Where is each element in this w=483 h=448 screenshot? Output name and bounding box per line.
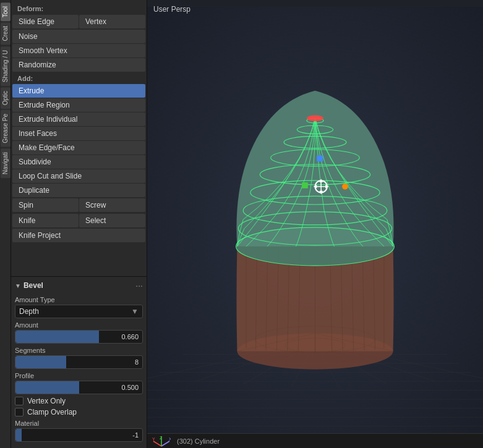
tab-optic[interactable]: Optic xyxy=(1,87,11,109)
amount-type-label: Amount Type xyxy=(15,296,143,303)
material-value: -1 xyxy=(132,431,139,439)
panel-dots: ··· xyxy=(135,281,143,290)
add-label: Add: xyxy=(12,72,145,83)
profile-label: Profile xyxy=(15,372,143,379)
left-panel: Deform: Slide Edge Vertex Noise Smooth V… xyxy=(11,0,147,448)
profile-slider-fill xyxy=(15,381,79,394)
amount-slider[interactable]: 0.660 xyxy=(15,330,143,344)
duplicate-button[interactable]: Duplicate xyxy=(12,184,145,197)
tab-tool[interactable]: Tool xyxy=(1,2,11,21)
segments-value: 8 xyxy=(135,358,139,366)
spin-screw-pair: Spin Screw xyxy=(12,198,145,213)
tab-shading[interactable]: Shading / U xyxy=(1,46,11,86)
subdivide-button[interactable]: Subdivide xyxy=(12,155,145,169)
smooth-vertex-button[interactable]: Smooth Vertex xyxy=(12,44,145,57)
clamp-overlap-row[interactable]: Clamp Overlap xyxy=(15,408,143,416)
chevron-icon: ▼ xyxy=(15,282,21,289)
tab-grease[interactable]: Grease Pe xyxy=(1,110,11,147)
svg-point-47 xyxy=(307,116,323,122)
make-edge-face-button[interactable]: Make Edge/Face xyxy=(12,141,145,154)
segments-label: Segments xyxy=(15,347,143,354)
viewport-canvas xyxy=(147,0,483,448)
viewport-label: User Persp xyxy=(153,5,190,14)
bevel-title: Bevel xyxy=(24,281,43,290)
svg-text:Z: Z xyxy=(160,436,163,440)
dropdown-arrow-icon: ▼ xyxy=(131,307,139,316)
vertex-button[interactable]: Vertex xyxy=(79,15,145,28)
clamp-overlap-checkbox[interactable] xyxy=(15,408,24,416)
segments-slider[interactable]: 8 xyxy=(15,355,143,369)
material-slider[interactable]: -1 xyxy=(15,428,143,442)
amount-type-dropdown[interactable]: Depth ▼ xyxy=(15,305,143,318)
extrude-button[interactable]: Extrude xyxy=(12,84,145,98)
knife-project-button[interactable]: Knife Project xyxy=(12,229,145,242)
material-label: Material xyxy=(15,420,143,427)
status-cylinder-text: (302) Cylinder xyxy=(177,437,220,445)
status-bar: X Y Z (302) Cylinder xyxy=(147,433,483,448)
knife-select-pair: Knife Select xyxy=(12,213,145,228)
svg-rect-51 xyxy=(302,182,308,188)
axis-widget: X Y Z xyxy=(152,435,171,447)
vertex-only-label: Vertex Only xyxy=(27,397,66,405)
material-slider-fill xyxy=(15,429,22,441)
slide-edge-button[interactable]: Slide Edge xyxy=(12,15,79,28)
slide-edge-vertex-pair: Slide Edge Vertex xyxy=(12,14,145,29)
vertex-only-row[interactable]: Vertex Only xyxy=(15,397,143,405)
screw-button[interactable]: Screw xyxy=(79,198,145,212)
vertex-only-checkbox[interactable] xyxy=(15,397,24,405)
amount-type-value: Depth xyxy=(19,307,39,316)
svg-line-58 xyxy=(161,441,169,446)
bevel-panel: ▼ Bevel ··· Amount Type Depth ▼ Amount 0… xyxy=(11,276,147,448)
spin-button[interactable]: Spin xyxy=(12,198,79,212)
svg-text:Y: Y xyxy=(152,437,155,441)
select-button[interactable]: Select xyxy=(79,214,145,227)
left-tab-strip: Tool Creat Shading / U Optic Grease Pe N… xyxy=(0,0,11,448)
loop-cut-slide-button[interactable]: Loop Cut and Slide xyxy=(12,169,145,183)
bevel-header-title: ▼ Bevel xyxy=(15,281,43,290)
knife-button[interactable]: Knife xyxy=(12,214,79,227)
viewport[interactable]: User Persp xyxy=(147,0,483,448)
amount-value: 0.660 xyxy=(121,333,139,340)
clamp-overlap-label: Clamp Overlap xyxy=(27,408,77,416)
svg-rect-49 xyxy=(317,155,323,161)
profile-slider[interactable]: 0.500 xyxy=(15,381,143,394)
extrude-individual-button[interactable]: Extrude Individual xyxy=(12,112,145,126)
svg-text:X: X xyxy=(169,437,171,441)
svg-line-59 xyxy=(153,441,161,446)
svg-point-50 xyxy=(342,184,348,190)
inset-faces-button[interactable]: Inset Faces xyxy=(12,127,145,140)
amount-slider-fill xyxy=(15,331,99,343)
tab-navigati[interactable]: Navigati xyxy=(1,148,11,178)
bevel-panel-header[interactable]: ▼ Bevel ··· xyxy=(15,279,143,293)
tab-creat[interactable]: Creat xyxy=(1,22,11,44)
tool-list: Deform: Slide Edge Vertex Noise Smooth V… xyxy=(11,0,147,276)
amount-label: Amount xyxy=(15,321,143,329)
randomize-button[interactable]: Randomize xyxy=(12,58,145,72)
noise-button[interactable]: Noise xyxy=(12,30,145,43)
segments-slider-fill xyxy=(15,356,66,368)
extrude-region-button[interactable]: Extrude Region xyxy=(12,98,145,112)
deform-label: Deform: xyxy=(12,2,145,14)
profile-value: 0.500 xyxy=(121,384,139,391)
